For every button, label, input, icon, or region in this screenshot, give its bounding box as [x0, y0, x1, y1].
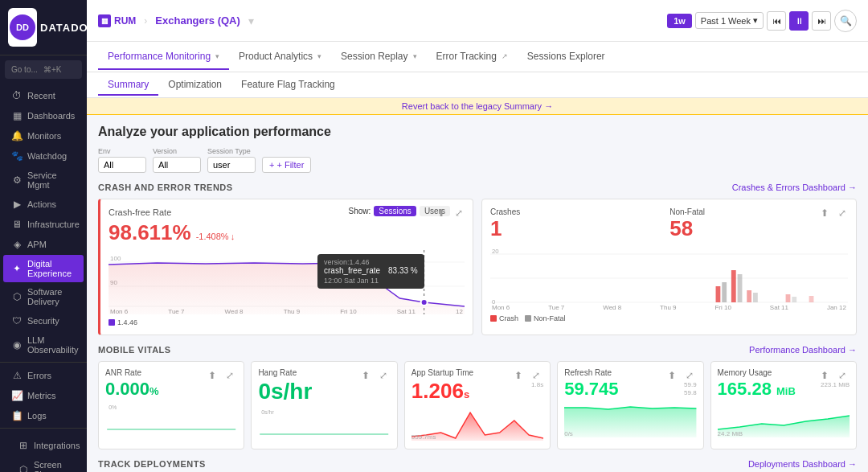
- refresh-sub: 59.8: [684, 389, 697, 396]
- sidebar-item-monitors[interactable]: 🔔Monitors: [3, 126, 84, 146]
- anr-actions: ⬆ ⤢: [205, 368, 237, 383]
- show-label: Show:: [349, 207, 371, 215]
- sidebar-item-infrastructure[interactable]: 🖥Infrastructure: [3, 215, 84, 234]
- vitals-section-header: MOBILE VITALS Performance Dashboard →: [98, 345, 857, 355]
- errors-icon: ⚠: [11, 370, 23, 381]
- vital-startup: App Startup Time ⬆ ⤢ 1.8s 1.206s: [404, 361, 551, 449]
- sidebar-item-screen-share[interactable]: ⬡Screen Share: [10, 456, 77, 472]
- tooltip-value: 83.33 %: [388, 266, 418, 275]
- search-bar[interactable]: Go to... ⌘+K: [5, 60, 82, 79]
- deploy-link[interactable]: Deployments Dashboard →: [748, 459, 857, 469]
- search-shortcut: ⌘+K: [43, 65, 76, 74]
- startup-chart: 559.7ms: [411, 404, 543, 441]
- memory-max: 223.1 MiB: [821, 381, 850, 388]
- sidebar-item-digital-experience[interactable]: ✦Digital Experience: [3, 255, 84, 282]
- delta-value: -1.408%: [196, 232, 229, 241]
- svg-rect-21: [753, 293, 758, 302]
- version-select[interactable]: All: [153, 157, 201, 173]
- session-type-select[interactable]: user: [207, 157, 256, 173]
- crash-free-value: 98.611%: [108, 220, 191, 245]
- subtab-feature-flag[interactable]: Feature Flag Tracking: [231, 75, 345, 96]
- sidebar-item-software-delivery[interactable]: ⬡Software Delivery: [3, 283, 84, 310]
- svg-rect-18: [809, 296, 814, 302]
- tab-session-replay[interactable]: Session Replay ▾: [331, 44, 426, 70]
- refresh-share-icon[interactable]: ⬆: [665, 368, 679, 383]
- sidebar-item-dashboards[interactable]: ▦Dashboards: [3, 106, 84, 125]
- crash-section-title: CRASH AND ERROR TRENDS: [98, 183, 233, 192]
- vitals-title: MOBILE VITALS: [98, 345, 171, 355]
- time-back-btn[interactable]: ⏮: [767, 11, 786, 31]
- deploy-title: Track Deployments: [98, 459, 206, 469]
- crashes-label: Crashes: [490, 207, 663, 216]
- tab-performance-monitoring[interactable]: Performance Monitoring ▾: [98, 44, 229, 70]
- dashboards-icon: ▦: [11, 110, 23, 121]
- sidebar-item-service-mgmt[interactable]: ⚙Service Mgmt: [3, 166, 84, 194]
- sessions-toggle[interactable]: Sessions: [374, 206, 416, 216]
- expand-icon[interactable]: ⤢: [452, 206, 466, 220]
- crash-free-chart: 100 90 version:1.4.46: [108, 250, 465, 306]
- time-pause-btn[interactable]: ⏸: [789, 11, 809, 31]
- error-tracking-ext-icon: ↗: [502, 52, 508, 60]
- crash-free-delta: -1.408% ↓: [196, 232, 235, 241]
- env-select[interactable]: All: [98, 157, 146, 173]
- crashes-legend: Crash Non-Fatal: [490, 314, 848, 322]
- crash-dashboard-link[interactable]: Crashes & Errors Dashboard →: [732, 183, 857, 192]
- svg-rect-20: [738, 274, 743, 302]
- anr-expand-icon[interactable]: ⤢: [223, 368, 237, 383]
- legacy-link[interactable]: Revert back to the legacy Summary →: [402, 101, 553, 111]
- share-icon[interactable]: ⬆: [434, 206, 448, 220]
- sidebar-item-apm[interactable]: ◈APM: [3, 235, 84, 254]
- sidebar-item-logs[interactable]: 📋Logs: [3, 406, 84, 425]
- time-badge[interactable]: 1w: [667, 14, 692, 28]
- sidebar-item-integrations[interactable]: ⊞Integrations: [10, 436, 77, 455]
- topbar-chevron[interactable]: ▾: [248, 14, 254, 27]
- subtab-optimization[interactable]: Optimization: [158, 75, 231, 96]
- filter-button[interactable]: + + Filter: [262, 157, 311, 173]
- subtab-summary[interactable]: Summary: [98, 75, 158, 96]
- perf-dashboard-link[interactable]: Performance Dashboard →: [749, 345, 857, 355]
- filters-row: Env All Version All Session Type user: [98, 147, 857, 173]
- sidebar-item-metrics[interactable]: 📈Metrics: [3, 386, 84, 405]
- svg-rect-14: [716, 286, 721, 302]
- svg-rect-16: [747, 290, 751, 302]
- tab-error-tracking[interactable]: Error Tracking ↗: [427, 44, 518, 70]
- topbar: ▦ RUM › Exchangers (QA) ▾ 1w Past 1 Week…: [87, 0, 868, 42]
- anr-share-icon[interactable]: ⬆: [205, 368, 219, 383]
- sidebar-item-actions[interactable]: ▶Actions: [3, 195, 84, 214]
- software-delivery-icon: ⬡: [11, 291, 23, 302]
- svg-rect-22: [792, 297, 796, 302]
- tooltip-metric: crash_free_rate: [324, 266, 380, 275]
- sidebar-item-security[interactable]: 🛡Security: [3, 311, 84, 330]
- crashes-value: 1: [490, 216, 663, 241]
- sidebar-item-recent[interactable]: ⏱Recent: [3, 86, 84, 105]
- startup-share-icon[interactable]: ⬆: [511, 368, 526, 383]
- crashes-expand-icon[interactable]: ⤢: [835, 206, 850, 220]
- tab-product-analytics[interactable]: Product Analytics ▾: [229, 44, 331, 70]
- time-dropdown-icon: ▾: [753, 15, 758, 26]
- logo-icon: DD: [8, 8, 37, 47]
- svg-text:DD: DD: [16, 23, 29, 32]
- tooltip-version: version:1.4.46: [324, 258, 418, 266]
- logs-icon: 📋: [11, 410, 23, 421]
- sidebar-item-errors[interactable]: ⚠Errors: [3, 366, 84, 385]
- legend-nonfatal: Non-Fatal: [534, 314, 566, 322]
- tab-sessions-explorer[interactable]: Sessions Explorer: [518, 44, 615, 70]
- time-forward-btn[interactable]: ⏭: [812, 11, 831, 31]
- sidebar-item-watchdog[interactable]: 🐾Watchdog: [3, 146, 84, 166]
- startup-min: 559.7ms: [411, 433, 436, 441]
- infrastructure-icon: 🖥: [11, 219, 23, 230]
- hang-expand-icon[interactable]: ⤢: [376, 368, 391, 383]
- search-button[interactable]: 🔍: [834, 10, 857, 32]
- crashes-share-icon[interactable]: ⬆: [817, 206, 832, 220]
- hang-share-icon[interactable]: ⬆: [358, 368, 373, 383]
- svg-rect-17: [786, 294, 791, 302]
- crashes-stat: Crashes 1: [490, 207, 663, 241]
- nav-tabs: Performance Monitoring ▾ Product Analyti…: [87, 42, 868, 72]
- perf-dropdown-icon: ▾: [215, 52, 219, 60]
- sidebar-item-llm[interactable]: ◉LLM Observability: [3, 331, 84, 359]
- time-select[interactable]: Past 1 Week ▾: [695, 12, 764, 29]
- recent-icon: ⏱: [11, 90, 23, 101]
- legacy-banner[interactable]: Revert back to the legacy Summary →: [87, 98, 868, 115]
- hang-chart: 0s/hr: [258, 406, 390, 442]
- sidebar: DD DATADOG Go to... ⌘+K ⏱Recent ▦Dashboa…: [0, 0, 87, 472]
